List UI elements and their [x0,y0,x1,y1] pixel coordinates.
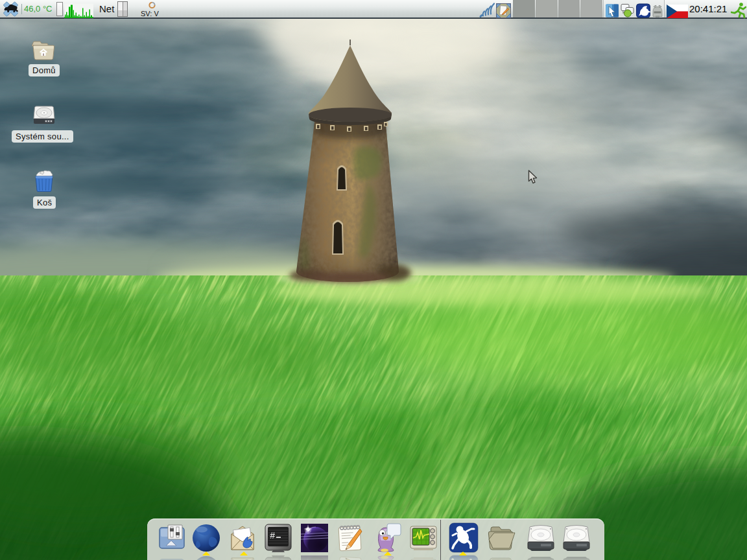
svg-text:#: # [270,531,275,541]
